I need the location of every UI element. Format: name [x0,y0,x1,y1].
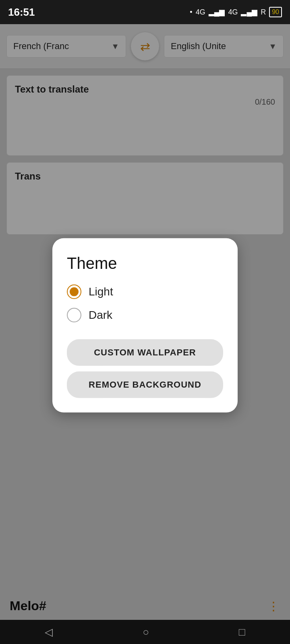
signal2-bars: ▂▄▆ [241,8,257,17]
status-icons: • 4G ▂▄▆ 4G ▂▄▆ R 90 [190,7,282,17]
dialog-title: Theme [67,254,223,272]
theme-dialog: Theme Light Dark CUSTOM WALLPAPER REMOVE… [52,238,238,413]
custom-wallpaper-button[interactable]: CUSTOM WALLPAPER [67,339,223,366]
signal-dot: • [190,8,192,17]
dark-theme-option[interactable]: Dark [67,308,223,322]
light-radio-button[interactable] [67,285,81,299]
time-display: 16:51 [8,6,35,19]
signal1-bars: ▂▄▆ [209,8,225,17]
light-theme-label: Light [89,285,113,298]
status-bar: 16:51 • 4G ▂▄▆ 4G ▂▄▆ R 90 [0,0,290,24]
dark-radio-button[interactable] [67,308,81,322]
battery-indicator: 90 [269,7,282,17]
carrier-label: R [261,8,266,17]
signal2-label: 4G [228,8,238,17]
signal1-label: 4G [196,8,205,17]
light-theme-option[interactable]: Light [67,285,223,299]
light-radio-inner [70,287,79,296]
dark-theme-label: Dark [89,309,112,322]
remove-background-button[interactable]: REMOVE BACKGROUND [67,372,223,398]
app-background: French (Franc ▼ ⇄ English (Unite ▼ Text … [0,24,290,644]
